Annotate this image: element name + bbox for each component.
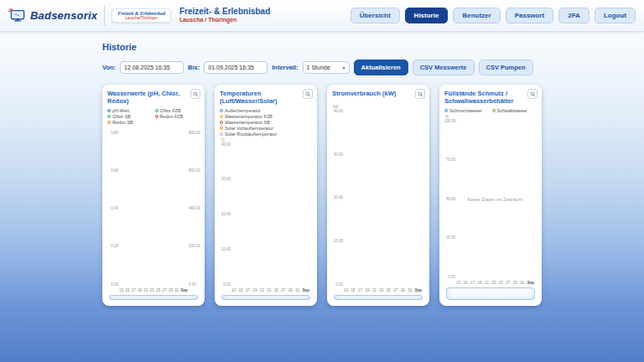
bis-date-input[interactable] xyxy=(204,61,267,74)
scrollbar-thumb[interactable] xyxy=(338,297,418,298)
legend-item[interactable]: Solar Vorlauftemperatur xyxy=(220,126,312,131)
magnifier-icon[interactable] xyxy=(415,89,425,99)
x-tick-label: 19 xyxy=(252,288,257,292)
legend-marker-icon xyxy=(220,121,223,124)
x-tick-label: Sep xyxy=(527,281,534,285)
facility-logo-line2: Lauscha/Thüringen xyxy=(117,16,165,20)
plot-row: 40.0030.0020.0010.000.00 xyxy=(332,110,424,287)
y-tick-label: 0.20 xyxy=(107,245,118,249)
y-axis-left: 0.800.600.400.200.00 xyxy=(107,132,119,287)
x-tick-label: 31 xyxy=(520,281,524,285)
csv-pumpen-button[interactable]: CSV Pumpen xyxy=(479,59,533,75)
nav-uebersicht-button[interactable]: Übersicht xyxy=(351,8,400,23)
legend-item[interactable]: Schmutzwasser xyxy=(444,108,490,113)
y-tick-label: 0.00 xyxy=(444,276,455,280)
intervall-label: Intervall: xyxy=(272,64,298,71)
x-tick-label: 29 xyxy=(513,281,517,285)
x-tick-label: Sep xyxy=(181,288,188,292)
y-tick-label: 0.80 xyxy=(107,132,118,136)
y-tick-label: 0.60 xyxy=(107,169,118,173)
intervall-selected-value: 1 Stunde xyxy=(307,65,330,70)
legend-item[interactable]: Chlor SB xyxy=(107,114,153,119)
chart-scrollbar[interactable] xyxy=(221,295,310,300)
legend-label: Wassertemperatur FZB xyxy=(225,114,273,119)
scrollbar-thumb[interactable] xyxy=(113,297,194,298)
scrollbar-thumb[interactable] xyxy=(226,297,306,298)
x-tick-label: 29 xyxy=(288,288,293,292)
magnifier-icon[interactable] xyxy=(190,89,200,99)
plot-area[interactable] xyxy=(119,132,188,287)
x-tick-label: 19 xyxy=(477,281,481,285)
y-tick-label: 25.00 xyxy=(444,236,455,240)
legend-label: Außentemperatur xyxy=(225,108,261,113)
plot-area[interactable] xyxy=(231,143,309,287)
csv-messwerte-button[interactable]: CSV Messwerte xyxy=(413,59,475,75)
y-tick-label: 75.00 xyxy=(444,158,455,163)
legend-marker-icon xyxy=(220,109,223,112)
y-axis-right xyxy=(534,120,537,279)
y-axis-right xyxy=(422,110,424,287)
magnifier-icon[interactable] xyxy=(527,89,538,99)
legend-marker-icon xyxy=(492,109,496,112)
x-tick-label: 23 xyxy=(267,288,271,292)
x-tick-label: 23 xyxy=(491,281,496,285)
legend-item[interactable]: Schwallwasser xyxy=(492,108,538,113)
chart-title: Stromverbrauch (kW) xyxy=(332,90,424,104)
legend-label: Chlor SB xyxy=(112,114,131,119)
legend-marker-icon xyxy=(220,132,223,136)
chart-scrollbar[interactable] xyxy=(109,295,198,300)
nav-historie-button[interactable]: Historie xyxy=(405,8,449,23)
x-tick-label: 25 xyxy=(156,288,160,292)
von-date-input[interactable] xyxy=(120,61,184,74)
y-tick-label: 200.00 xyxy=(189,245,200,249)
facility-subtitle: Lauscha / Thüringen xyxy=(179,17,270,23)
x-tick-label: 29 xyxy=(169,288,173,292)
legend-item[interactable]: Redox SB xyxy=(107,120,153,125)
legend-item[interactable]: pH-Wert xyxy=(107,108,153,113)
x-tick-label: 17 xyxy=(470,281,475,285)
y-axis-left: 40.0030.0020.0010.000.00 xyxy=(332,110,344,287)
intervall-select[interactable]: 1 Stunde ▾ xyxy=(303,61,350,74)
x-tick-label: 13 xyxy=(231,288,236,292)
scrollbar-thumb[interactable] xyxy=(450,289,531,298)
y-tick-label: 30.00 xyxy=(332,153,343,158)
legend-label: Wassertemperatur SB xyxy=(225,120,270,125)
legend-marker-icon xyxy=(155,109,158,112)
plot-row: 0.800.600.400.200.00 800.00600.00400.002… xyxy=(107,132,200,287)
legend-item[interactable]: Wassertemperatur FZB xyxy=(220,114,312,119)
x-tick-label: 17 xyxy=(358,288,362,292)
y-tick-label: 10.00 xyxy=(220,248,231,252)
legend-item[interactable]: Wassertemperatur SB xyxy=(220,120,312,125)
legend-item[interactable]: Chlor FZB xyxy=(155,108,200,113)
chart-card: Temperaturen (Luft/Wasser/Solar) Außente… xyxy=(215,85,317,306)
legend-item[interactable]: Redox FZB xyxy=(155,114,200,119)
aktualisieren-button[interactable]: Aktualisieren xyxy=(354,59,408,75)
y-tick-label: 800.00 xyxy=(189,132,200,136)
nav-benutzer-button[interactable]: Benutzer xyxy=(453,8,500,23)
x-tick-label: 21 xyxy=(143,288,148,292)
legend-item[interactable]: Solar Rücklauftemperatur xyxy=(220,132,312,137)
x-tick-label: 23 xyxy=(379,288,383,292)
plot-area[interactable] xyxy=(344,110,422,287)
nav-passwort-button[interactable]: Passwort xyxy=(506,8,554,23)
y-axis-left: 40.0030.0020.0010.000.00 xyxy=(220,143,231,287)
nav-2fa-button[interactable]: 2FA xyxy=(558,8,589,23)
x-tick-label: 13 xyxy=(456,281,460,285)
x-tick-label: 23 xyxy=(150,288,154,292)
chart-scrollbar[interactable] xyxy=(334,295,423,300)
nav-logout-button[interactable]: Logout xyxy=(595,8,636,23)
x-tick-label: 21 xyxy=(485,281,489,285)
plot-area[interactable]: Keine Daten im Zeitraum xyxy=(456,120,534,279)
legend-item[interactable]: Außentemperatur xyxy=(220,108,312,113)
plot-row: 40.0030.0020.0010.000.00 xyxy=(220,143,312,287)
x-tick-label: 17 xyxy=(246,288,250,292)
y-axis-right: 800.00600.00400.00200.000.00 xyxy=(188,132,200,287)
legend-label: Solar Vorlauftemperatur xyxy=(225,126,273,131)
chart-scrollbar[interactable] xyxy=(446,287,535,300)
x-tick-label: 25 xyxy=(387,288,391,292)
y-tick-label: 10.00 xyxy=(332,240,343,244)
magnifier-icon[interactable] xyxy=(303,89,313,99)
x-tick-label: 15 xyxy=(238,288,242,292)
legend-label: Solar Rücklauftemperatur xyxy=(225,132,277,137)
chevron-down-icon: ▾ xyxy=(343,65,345,70)
